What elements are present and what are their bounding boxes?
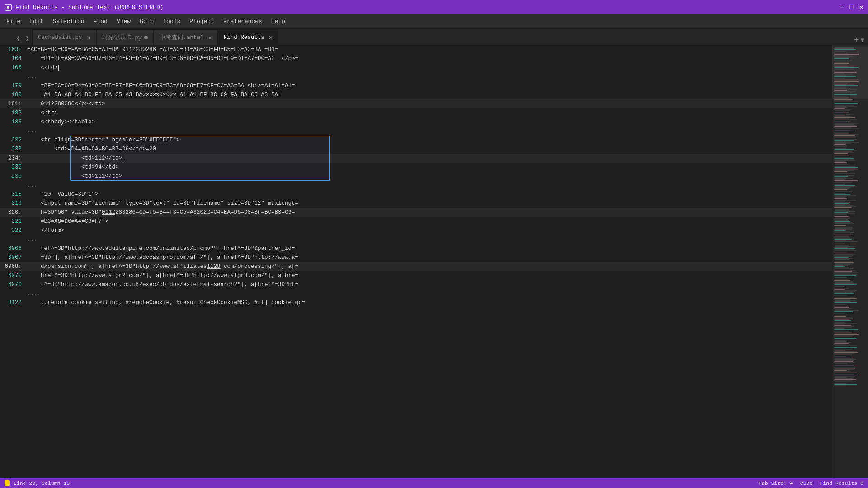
- tab-cachebaidu-close[interactable]: ✕: [86, 34, 90, 42]
- window-controls[interactable]: – □ ✕: [840, 3, 863, 12]
- tab-shiguijilu[interactable]: 时光记录卡.py: [96, 29, 154, 45]
- line-content: </tr>: [27, 108, 832, 117]
- close-button[interactable]: ✕: [859, 3, 863, 12]
- tab-zhongkao[interactable]: 中考查词.mhtml ✕: [154, 29, 217, 45]
- table-row: 6970 f^=3D"http://www.amazon.co.uk/exec/…: [0, 280, 832, 289]
- line-number: 236: [0, 172, 27, 181]
- line-number: 164: [0, 54, 27, 63]
- tab-shiguijilu-modified: [144, 36, 148, 39]
- tab-cachebaidu[interactable]: CacheBaidu.py ✕: [32, 29, 96, 45]
- selection-box-container: 232 <tr align=3D"center" bgcolor=3D"#FFF…: [0, 136, 832, 181]
- line-content: ...: [27, 72, 832, 81]
- line-content: =AC=BF=BC=C9=FA=BA=C5=A3=BA 0112280286 =…: [27, 45, 832, 54]
- table-row: 179 =BF=BC=CA=D4=A3=AC=B8=F7=BF=C6=B3=C9…: [0, 81, 832, 90]
- line-content: </td>: [27, 63, 832, 72]
- tab-shiguijilu-label: 时光记录卡.py: [102, 34, 142, 42]
- table-row: 318 "10" value=3D"1">: [0, 190, 832, 199]
- status-left: Line 20, Column 13: [5, 480, 70, 486]
- table-row: 163: =AC=BF=BC=C9=FA=BA=C5=A3=BA 0112280…: [0, 45, 832, 54]
- menu-view[interactable]: View: [112, 16, 135, 27]
- tab-prev-button[interactable]: ❮: [14, 33, 23, 44]
- status-position[interactable]: Line 20, Column 13: [14, 480, 70, 486]
- line-content: href^=3D"http://www.afgr2.com/"], a[href…: [27, 271, 832, 280]
- minimize-button[interactable]: –: [840, 3, 844, 11]
- tab-zhongkao-label: 中考查词.mhtml: [160, 34, 203, 42]
- table-row: 321 =BC=A8=D6=A4=C3=F7">: [0, 217, 832, 226]
- table-row: 319 <input name=3D"filename" type=3D"tex…: [0, 199, 832, 208]
- table-row: 165 </td>: [0, 63, 832, 72]
- line-content: ....: [27, 289, 832, 298]
- table-row: 181: 0112280286</p></td>: [0, 99, 832, 108]
- tab-findresults[interactable]: Find Results ✕: [218, 29, 278, 45]
- line-content: =BC=A8=D6=A4=C3=F7">: [27, 217, 832, 226]
- line-number: 319: [0, 199, 27, 208]
- menu-bar: File Edit Selection Find View Goto Tools…: [0, 14, 868, 29]
- table-row: 322 </form>: [0, 226, 832, 235]
- line-number: 182: [0, 108, 27, 117]
- table-row: ...: [0, 127, 832, 136]
- editor[interactable]: 163: =AC=BF=BC=C9=FA=BA=C5=A3=BA 0112280…: [0, 45, 832, 478]
- line-number: 179: [0, 81, 27, 90]
- table-row: ...: [0, 72, 832, 81]
- line-content: =B1=BE=A9=CA=A6=B7=B6=B4=F3=D1=A7=B9=E3=…: [27, 54, 832, 63]
- line-content: 0112280286</p></td>: [27, 99, 832, 108]
- menu-tools[interactable]: Tools: [158, 16, 185, 27]
- table-row: 236 <td>111</td>: [0, 172, 832, 181]
- line-content: ref^=3D"http://www.adultempire.com/unlim…: [27, 244, 832, 253]
- table-row: ...: [0, 181, 832, 190]
- tab-actions: + ▼: [850, 36, 868, 45]
- menu-selection[interactable]: Selection: [48, 16, 89, 27]
- line-content: <td>94</td>: [27, 163, 832, 172]
- menu-preferences[interactable]: Preferences: [219, 16, 267, 27]
- menu-project[interactable]: Project: [185, 16, 219, 27]
- table-row: 182 </tr>: [0, 108, 832, 117]
- app-title: Find Results - Sublime Text (UNREGISTERE…: [5, 4, 164, 11]
- table-row: 6970 href^=3D"http://www.afgr2.com/"], a…: [0, 271, 832, 280]
- tab-zhongkao-close[interactable]: ✕: [208, 34, 212, 42]
- tab-next-button[interactable]: ❯: [23, 33, 32, 44]
- line-number: 6966: [0, 244, 27, 253]
- status-findresults: Find Results 0: [820, 480, 863, 486]
- line-number: 321: [0, 217, 27, 226]
- line-number: 6970: [0, 271, 27, 280]
- line-content: ...: [27, 235, 832, 244]
- tab-cachebaidu-label: CacheBaidu.py: [38, 34, 82, 41]
- code-area[interactable]: 163: =AC=BF=BC=C9=FA=BA=C5=A3=BA 0112280…: [0, 45, 832, 478]
- line-number: 180: [0, 90, 27, 99]
- table-row: 6966 ref^=3D"http://www.adultempire.com/…: [0, 244, 832, 253]
- line-number: 232: [0, 136, 27, 145]
- table-row: 183 </tbody></table>: [0, 117, 832, 127]
- menu-find[interactable]: Find: [89, 16, 112, 27]
- line-number: [0, 72, 27, 81]
- line-content: "10" value=3D"1">: [27, 190, 832, 199]
- status-tabsize[interactable]: Tab Size: 4: [759, 480, 793, 486]
- line-number: 233: [0, 145, 27, 154]
- table-row: 6968: dxpansion.com"], a[href^=3D"http:/…: [0, 262, 832, 271]
- title-text: Find Results - Sublime Text (UNREGISTERE…: [15, 4, 164, 11]
- status-platform: CSDN: [800, 480, 813, 486]
- status-right: Tab Size: 4 CSDN Find Results 0: [759, 480, 863, 486]
- menu-help[interactable]: Help: [267, 16, 290, 27]
- new-tab-button[interactable]: +: [854, 36, 859, 45]
- line-number: 322: [0, 226, 27, 235]
- line-content: <tr align=3D"center" bgcolor=3D"#FFFFFF"…: [27, 136, 832, 145]
- menu-goto[interactable]: Goto: [135, 16, 158, 27]
- table-row: 232 <tr align=3D"center" bgcolor=3D"#FFF…: [0, 136, 832, 145]
- status-bar: Line 20, Column 13 Tab Size: 4 CSDN Find…: [0, 478, 868, 488]
- line-content: =A1=D6=A8=A4=BC=FE=BA=C5=A3=BAxxxxxxxxxx…: [27, 90, 832, 99]
- menu-edit[interactable]: Edit: [25, 16, 48, 27]
- maximize-button[interactable]: □: [849, 3, 854, 11]
- line-content: ...: [27, 127, 832, 136]
- line-content: <td>111</td>: [27, 172, 832, 181]
- tab-findresults-close[interactable]: ✕: [269, 33, 273, 41]
- status-indicator: [5, 480, 10, 486]
- table-row: 180 =A1=D6=A8=A4=BC=FE=BA=C5=A3=BAxxxxxx…: [0, 90, 832, 99]
- line-number: 181:: [0, 99, 27, 108]
- table-row: 233 <td>=D4=AD=CA=BC=B7=D6</td>=20: [0, 145, 832, 154]
- minimap: const mc = document.getElementById('mini…: [832, 45, 868, 478]
- menu-file[interactable]: File: [2, 16, 25, 27]
- line-content: ...: [27, 181, 832, 190]
- line-number: 320:: [0, 208, 27, 217]
- table-row: 234: <td>112</td>: [0, 154, 832, 163]
- tab-overflow-button[interactable]: ▼: [861, 37, 864, 44]
